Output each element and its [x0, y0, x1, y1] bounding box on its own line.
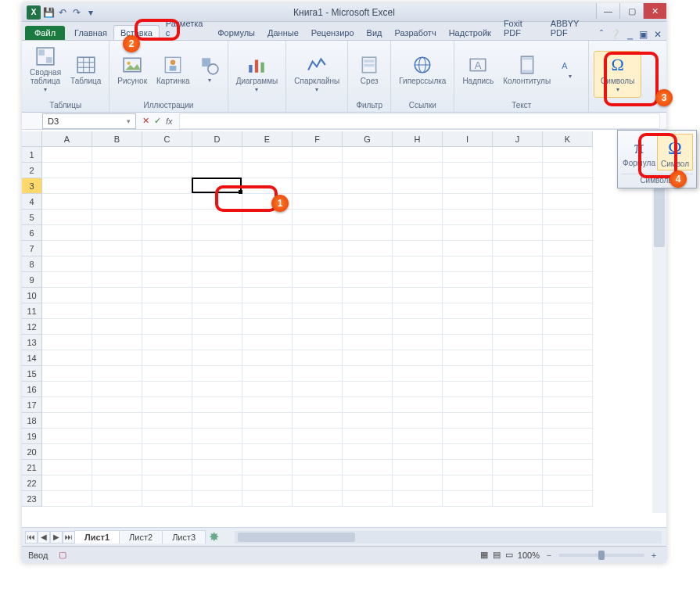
group-text: A Надпись Колонтитулы A ▾ Текст [454, 41, 589, 112]
row-header-17[interactable]: 17 [22, 397, 42, 413]
formula-bar: D3▾ ✕ ✓ fx [22, 113, 666, 130]
sheet-tab-1[interactable]: Лист1 [74, 530, 120, 544]
col-header-A[interactable]: A [42, 131, 92, 147]
row-header-23[interactable]: 23 [22, 491, 42, 507]
row-header-13[interactable]: 13 [22, 335, 42, 350]
row-header-6[interactable]: 6 [22, 225, 42, 241]
col-header-I[interactable]: I [443, 131, 493, 147]
tab-abbyy[interactable]: ABBYY PDF [544, 16, 600, 40]
redo-icon[interactable]: ↷ [70, 6, 83, 19]
shapes-button[interactable]: ▾ [196, 54, 223, 86]
row-header-22[interactable]: 22 [22, 475, 42, 491]
undo-icon[interactable]: ↶ [56, 6, 69, 19]
row-header-9[interactable]: 9 [22, 272, 42, 288]
tab-developer[interactable]: Разработч [388, 26, 442, 40]
sheet-nav-prev-icon[interactable]: ◀ [38, 531, 50, 544]
col-header-J[interactable]: J [493, 131, 543, 147]
row-header-20[interactable]: 20 [22, 444, 42, 460]
row-header-1[interactable]: 1 [22, 147, 42, 163]
row-header-14[interactable]: 14 [22, 350, 42, 366]
row-header-3[interactable]: 3 [22, 178, 42, 194]
tab-layout[interactable]: Разметка с [160, 16, 211, 40]
tab-data[interactable]: Данные [261, 26, 305, 40]
save-icon[interactable]: 💾 [42, 6, 55, 19]
ribbon-options-icon[interactable]: ⎯ [627, 29, 633, 40]
row-header-19[interactable]: 19 [22, 429, 42, 444]
name-box[interactable]: D3▾ [42, 113, 136, 129]
tab-file[interactable]: Файл [25, 26, 65, 40]
macro-record-icon[interactable]: ▢ [59, 550, 66, 560]
row-header-10[interactable]: 10 [22, 288, 42, 303]
qat-more-icon[interactable]: ▾ [84, 6, 97, 19]
col-header-B[interactable]: B [92, 131, 142, 147]
active-cell[interactable] [192, 178, 242, 193]
col-header-E[interactable]: E [242, 131, 293, 147]
view-layout-icon[interactable]: ▤ [493, 550, 501, 560]
table-button[interactable]: Таблица [67, 53, 104, 87]
group-charts: Диаграммы▾ [228, 41, 287, 112]
mdi-close-icon[interactable]: ✕ [654, 29, 662, 40]
select-all-corner[interactable] [22, 131, 42, 147]
sparklines-button[interactable]: Спарклайны▾ [291, 53, 343, 95]
tab-formulas[interactable]: Формулы [211, 26, 261, 40]
text-more-button[interactable]: A ▾ [557, 58, 583, 82]
symbols-button[interactable]: Ω Символы▾ [594, 51, 641, 98]
col-header-H[interactable]: H [393, 131, 443, 147]
row-header-7[interactable]: 7 [22, 241, 42, 257]
row-header-4[interactable]: 4 [22, 194, 42, 210]
clipart-button[interactable]: Картинка [153, 53, 193, 87]
row-header-18[interactable]: 18 [22, 413, 42, 429]
zoom-in-button[interactable]: + [649, 551, 659, 560]
headerfooter-button[interactable]: Колонтитулы [500, 53, 554, 87]
equation-button[interactable]: π Формула [621, 134, 657, 170]
symbol-button[interactable]: Ω Символ [657, 134, 693, 170]
fx-icon[interactable]: fx [166, 117, 173, 126]
vertical-scrollbar[interactable] [652, 131, 666, 513]
tab-insert[interactable]: Вставка [113, 25, 160, 40]
tab-addins[interactable]: Надстройк [443, 26, 497, 40]
view-normal-icon[interactable]: ▦ [480, 550, 488, 560]
new-sheet-icon[interactable]: ✸ [209, 529, 219, 544]
textbox-button[interactable]: A Надпись [459, 53, 497, 87]
row-header-11[interactable]: 11 [22, 303, 42, 319]
hyperlink-button[interactable]: Гиперссылка [396, 53, 449, 87]
cell-grid[interactable] [42, 147, 652, 513]
slicer-button[interactable]: Срез [353, 53, 386, 87]
sheet-nav-first-icon[interactable]: ⏮ [25, 531, 38, 544]
maximize-button[interactable]: ▢ [619, 3, 643, 19]
row-header-16[interactable]: 16 [22, 382, 42, 397]
zoom-slider[interactable] [558, 554, 644, 557]
sheet-nav-next-icon[interactable]: ▶ [50, 531, 63, 544]
row-header-2[interactable]: 2 [22, 163, 42, 178]
close-button[interactable]: ✕ [643, 3, 666, 19]
tab-foxit[interactable]: Foxit PDF [497, 16, 544, 40]
row-header-21[interactable]: 21 [22, 460, 42, 475]
view-pagebreak-icon[interactable]: ▭ [505, 550, 513, 560]
charts-button[interactable]: Диаграммы▾ [233, 53, 282, 95]
row-header-12[interactable]: 12 [22, 319, 42, 335]
help-icon[interactable]: ❔ [609, 29, 621, 40]
zoom-out-button[interactable]: − [544, 551, 554, 560]
tab-home[interactable]: Главная [68, 26, 113, 40]
sheet-tab-2[interactable]: Лист2 [119, 530, 163, 544]
tab-review[interactable]: Рецензиро [305, 26, 361, 40]
formula-input[interactable] [179, 113, 660, 129]
sheet-tab-3[interactable]: Лист3 [162, 530, 206, 544]
cancel-entry-icon[interactable]: ✕ [142, 116, 149, 126]
picture-button[interactable]: Рисунок [114, 53, 150, 87]
col-header-D[interactable]: D [192, 131, 242, 147]
row-header-5[interactable]: 5 [22, 210, 42, 225]
col-header-K[interactable]: K [543, 131, 593, 147]
enter-entry-icon[interactable]: ✓ [154, 116, 161, 126]
ribbon-collapse-icon[interactable]: ˆ [600, 29, 603, 40]
col-header-C[interactable]: C [142, 131, 192, 147]
row-header-15[interactable]: 15 [22, 366, 42, 382]
tab-view[interactable]: Вид [361, 26, 389, 40]
col-header-F[interactable]: F [293, 131, 343, 147]
col-header-G[interactable]: G [343, 131, 393, 147]
row-header-8[interactable]: 8 [22, 257, 42, 272]
horizontal-scrollbar[interactable] [235, 531, 662, 544]
mdi-restore-icon[interactable]: ▣ [639, 29, 648, 40]
sheet-nav-last-icon[interactable]: ⏭ [63, 531, 75, 544]
pivot-table-button[interactable]: Сводная таблица▾ [27, 45, 64, 95]
